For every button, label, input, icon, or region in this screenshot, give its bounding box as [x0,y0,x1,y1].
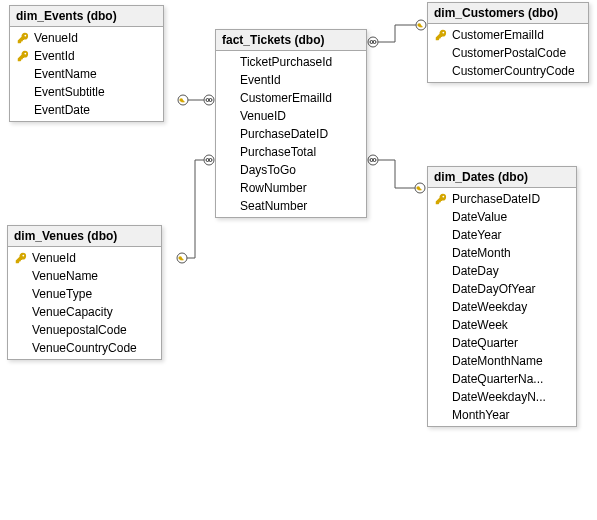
column-list: CustomerEmailIdCustomerPostalCodeCustome… [428,24,588,82]
relation-tickets-dates [368,155,425,193]
column-name: DateQuarter [450,336,518,350]
column-row[interactable]: CustomerEmailId [428,26,588,44]
column-name: EventSubtitle [32,85,105,99]
column-row[interactable]: EventName [10,65,163,83]
column-name: VenueId [32,31,78,45]
column-row[interactable]: EventDate [10,101,163,119]
table-dim-customers[interactable]: dim_Customers (dbo) CustomerEmailIdCusto… [427,2,589,83]
column-name: CustomerCountryCode [450,64,575,78]
column-name: DaysToGo [238,163,296,177]
column-row[interactable]: DaysToGo [216,161,366,179]
column-row[interactable]: VenueId [8,249,161,267]
column-name: VenueID [238,109,286,123]
column-row[interactable]: TicketPurchaseId [216,53,366,71]
column-name: MonthYear [450,408,510,422]
column-name: VenueCountryCode [30,341,137,355]
column-name: DateWeek [450,318,508,332]
column-row[interactable]: DateDayOfYear [428,280,576,298]
column-row[interactable]: EventId [10,47,163,65]
primary-key-icon [12,252,30,264]
column-name: TicketPurchaseId [238,55,332,69]
primary-key-icon [14,50,32,62]
column-name: VenuepostalCode [30,323,127,337]
column-name: DateValue [450,210,507,224]
column-row[interactable]: DateWeekdayN... [428,388,576,406]
table-dim-dates[interactable]: dim_Dates (dbo) PurchaseDateIDDateValueD… [427,166,577,427]
column-row[interactable]: SeatNumber [216,197,366,215]
table-dim-venues[interactable]: dim_Venues (dbo) VenueIdVenueNameVenueTy… [7,225,162,360]
column-name: DateWeekday [450,300,527,314]
column-name: VenueName [30,269,98,283]
table-header: dim_Dates (dbo) [428,167,576,188]
column-name: CustomerEmailId [450,28,544,42]
column-list: PurchaseDateIDDateValueDateYearDateMonth… [428,188,576,426]
column-name: RowNumber [238,181,307,195]
column-name: DateMonthName [450,354,543,368]
table-header: dim_Events (dbo) [10,6,163,27]
column-row[interactable]: CustomerPostalCode [428,44,588,62]
column-name: SeatNumber [238,199,307,213]
column-row[interactable]: DateQuarterNa... [428,370,576,388]
column-row[interactable]: VenueType [8,285,161,303]
column-name: CustomerEmailId [238,91,332,105]
column-name: DateQuarterNa... [450,372,543,386]
column-row[interactable]: PurchaseDateID [216,125,366,143]
column-name: EventId [238,73,281,87]
column-row[interactable]: CustomerEmailId [216,89,366,107]
column-row[interactable]: EventSubtitle [10,83,163,101]
column-row[interactable]: VenueCountryCode [8,339,161,357]
column-name: PurchaseTotal [238,145,316,159]
column-row[interactable]: DateDay [428,262,576,280]
column-list: VenueIdVenueNameVenueTypeVenueCapacityVe… [8,247,161,359]
column-row[interactable]: VenueCapacity [8,303,161,321]
column-row[interactable]: VenueId [10,29,163,47]
column-row[interactable]: VenueID [216,107,366,125]
column-row[interactable]: RowNumber [216,179,366,197]
column-name: DateYear [450,228,502,242]
column-name: VenueId [30,251,76,265]
table-header: dim_Venues (dbo) [8,226,161,247]
primary-key-icon [14,32,32,44]
column-name: EventId [32,49,75,63]
column-name: PurchaseDateID [450,192,540,206]
column-row[interactable]: VenueName [8,267,161,285]
table-header: dim_Customers (dbo) [428,3,588,24]
column-row[interactable]: VenuepostalCode [8,321,161,339]
primary-key-icon [432,193,450,205]
column-name: EventName [32,67,97,81]
column-list: VenueIdEventIdEventNameEventSubtitleEven… [10,27,163,121]
primary-key-icon [432,29,450,41]
column-row[interactable]: EventId [216,71,366,89]
column-name: DateMonth [450,246,511,260]
column-name: CustomerPostalCode [450,46,566,60]
column-row[interactable]: PurchaseTotal [216,143,366,161]
column-row[interactable]: CustomerCountryCode [428,62,588,80]
column-name: DateWeekdayN... [450,390,546,404]
column-row[interactable]: DateValue [428,208,576,226]
relation-tickets-events [178,95,214,105]
column-row[interactable]: DateMonthName [428,352,576,370]
column-name: PurchaseDateID [238,127,328,141]
column-row[interactable]: DateWeek [428,316,576,334]
column-list: TicketPurchaseIdEventIdCustomerEmailIdVe… [216,51,366,217]
relation-tickets-customers [368,20,426,47]
column-name: EventDate [32,103,90,117]
relation-tickets-venues [177,155,214,263]
column-row[interactable]: DateMonth [428,244,576,262]
column-row[interactable]: DateQuarter [428,334,576,352]
table-dim-events[interactable]: dim_Events (dbo) VenueIdEventIdEventName… [9,5,164,122]
column-name: DateDayOfYear [450,282,536,296]
column-row[interactable]: DateWeekday [428,298,576,316]
column-name: VenueCapacity [30,305,113,319]
table-fact-tickets[interactable]: fact_Tickets (dbo) TicketPurchaseIdEvent… [215,29,367,218]
column-name: DateDay [450,264,499,278]
column-name: VenueType [30,287,92,301]
column-row[interactable]: DateYear [428,226,576,244]
column-row[interactable]: PurchaseDateID [428,190,576,208]
table-header: fact_Tickets (dbo) [216,30,366,51]
column-row[interactable]: MonthYear [428,406,576,424]
